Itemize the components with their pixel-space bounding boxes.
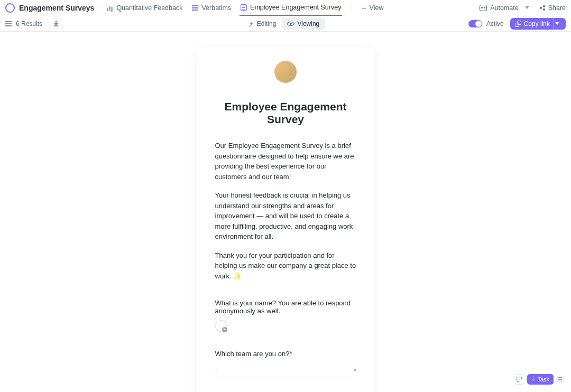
toolbar: 6 Results Editing Viewing Active Copy li… [0, 16, 571, 32]
bar-chart-icon [107, 5, 113, 11]
page-title: Engagement Surveys [19, 4, 94, 12]
eye-icon [287, 22, 294, 26]
automate-label: Automate [490, 4, 519, 12]
tab-label: Employee Engagement Survey [250, 4, 341, 11]
list-icon [192, 5, 198, 11]
intro-paragraph: Thank you for your participation and for… [215, 250, 356, 282]
active-label: Active [486, 20, 504, 27]
assignee-input[interactable]: + [215, 320, 227, 332]
plus-icon: + [531, 376, 535, 383]
active-toggle[interactable] [468, 20, 482, 27]
hamburger-icon [5, 21, 12, 26]
tab-label: Quantitative Feedback [116, 4, 182, 12]
copy-link-menu-button[interactable] [553, 18, 560, 30]
link-icon [515, 21, 521, 26]
copy-link-button[interactable]: Copy link [510, 18, 566, 30]
intro-paragraph: Your honest feedback is crucial in helpi… [215, 190, 356, 242]
form-title: Employee Engagement Survey [215, 100, 356, 126]
download-icon[interactable] [53, 21, 59, 27]
fab-group: + Task [514, 374, 564, 385]
viewing-mode-button[interactable]: Viewing [281, 18, 325, 30]
editing-mode-button[interactable]: Editing [257, 20, 277, 27]
team-select[interactable]: – ▾ [215, 363, 356, 377]
tab-label: Verbatims [201, 4, 231, 12]
form-avatar [273, 59, 298, 85]
intro-paragraph: Our Employee Engagement Survey is a brie… [215, 141, 356, 182]
form-card: Employee Engagement Survey Our Employee … [197, 48, 374, 392]
form-canvas: Employee Engagement Survey Our Employee … [0, 32, 571, 392]
share-label: Share [548, 4, 566, 12]
form-description: Our Employee Engagement Survey is a brie… [215, 141, 356, 281]
tab-quantitative-feedback[interactable]: Quantitative Feedback [106, 0, 183, 15]
pencil-icon [245, 20, 253, 27]
share-button[interactable]: Share [540, 4, 566, 12]
chevron-down-icon [525, 6, 529, 9]
note-icon [517, 377, 522, 382]
brand-logo-icon [5, 3, 15, 13]
share-icon [540, 5, 545, 11]
plus-icon: + [222, 327, 227, 332]
mode-switch: Editing Viewing [246, 18, 325, 30]
question-name: What is your name? You are able to respo… [215, 299, 356, 315]
divider [352, 4, 352, 12]
copy-link-label: Copy link [524, 20, 550, 27]
add-view-label: View [370, 4, 384, 12]
chevron-down-icon [555, 22, 559, 25]
tab-verbatims[interactable]: Verbatims [191, 0, 232, 15]
select-placeholder: – [215, 366, 219, 374]
form-icon [241, 4, 247, 11]
tab-employee-engagement-survey[interactable]: Employee Engagement Survey [240, 1, 342, 16]
add-view-button[interactable]: + View [362, 4, 383, 12]
task-label: Task [537, 376, 549, 382]
results-label: 6 Results [16, 20, 42, 27]
new-task-fab[interactable]: + Task [527, 374, 554, 385]
chevron-down-icon: ▾ [354, 367, 356, 373]
plus-icon: + [362, 4, 366, 12]
top-bar: Engagement Surveys Quantitative Feedback… [0, 0, 571, 16]
question-team: Which team are you on?* [215, 350, 356, 358]
robot-icon [480, 5, 487, 11]
apps-fab[interactable] [556, 376, 564, 383]
notepad-fab[interactable] [514, 374, 524, 385]
viewing-label: Viewing [297, 20, 319, 27]
automate-button[interactable]: Automate [480, 4, 529, 12]
results-button[interactable]: 6 Results [5, 20, 42, 27]
view-tabs: Quantitative Feedback Verbatims Employee… [106, 0, 383, 15]
